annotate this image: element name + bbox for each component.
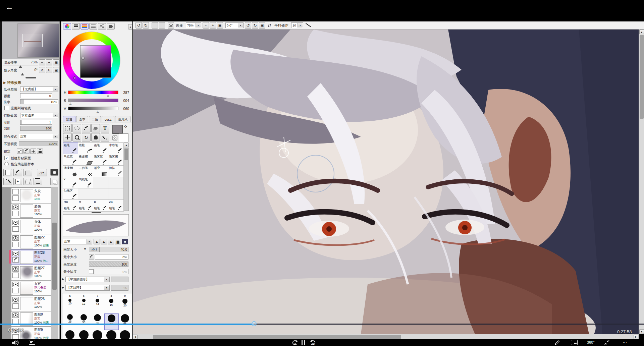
transfer-down-button[interactable] — [3, 178, 12, 185]
brush-cell[interactable]: 选区笔 — [93, 154, 109, 166]
navigator-viewport-rect[interactable] — [22, 34, 43, 47]
color-bars-mode-button[interactable] — [72, 23, 80, 30]
secondary-color-swatch[interactable] — [119, 133, 128, 142]
layer-row[interactable]: 五官 正片叠底 100% — [11, 280, 51, 296]
layer-row[interactable]: 图层26 正常 100% — [11, 296, 51, 311]
video-progress-filled[interactable] — [0, 324, 254, 325]
layer-visibility-checkbox[interactable] — [12, 189, 19, 194]
new-layer-button[interactable] — [3, 169, 12, 176]
sat-slider-marker[interactable]: △ — [69, 102, 71, 105]
layer-visibility-checkbox[interactable] — [12, 220, 19, 225]
brush-cell[interactable]: 画笔 — [93, 142, 109, 155]
panel-grip[interactable] — [92, 212, 101, 213]
layer-row[interactable]: 身体 正常 100% — [11, 219, 51, 234]
size-option[interactable]: 10 — [63, 298, 77, 314]
nav-angle-slider[interactable] — [3, 73, 38, 75]
tip-shape-3[interactable]: ▲ — [108, 239, 114, 244]
merge-add-button[interactable]: + — [13, 178, 22, 185]
layer-extra-checkbox[interactable] — [12, 273, 19, 278]
rotate-reset-button[interactable]: ▣ — [53, 67, 59, 73]
layer-visibility-checkbox[interactable] — [12, 205, 19, 210]
size-option[interactable]: 25 — [63, 313, 77, 329]
min-size-pressure-button[interactable] — [89, 254, 94, 260]
val-slider[interactable] — [68, 107, 118, 110]
canvas-viewport[interactable] — [133, 30, 639, 334]
layer-row[interactable]: 头发 正常 14% — [11, 188, 51, 203]
tab-props[interactable]: 道具风 — [115, 116, 130, 122]
layer-extra-checkbox[interactable] — [12, 242, 19, 247]
scroll-down-arrow[interactable]: ▼ — [639, 329, 644, 334]
scrollbar-thumb[interactable] — [124, 149, 128, 160]
brush-cell[interactable]: 水彩笔 — [108, 142, 124, 155]
brush-cell[interactable]: 勾线笔 — [78, 177, 94, 189]
layer-visibility-checkbox[interactable] — [12, 297, 19, 302]
size-option[interactable]: 70 — [77, 330, 91, 339]
min-size-field[interactable]: 0% — [95, 254, 128, 260]
shape-strength-field[interactable] — [111, 277, 128, 282]
lock-transparency-button[interactable] — [17, 149, 23, 154]
rotate-ccw-button[interactable]: ↺ — [39, 67, 45, 73]
layer-row[interactable]: 装饰 正常 100% — [11, 203, 51, 219]
shrink-button[interactable] — [604, 340, 610, 346]
effects-section-title[interactable]: ▶ 特殊效果 — [3, 80, 21, 85]
canvas-zoom-out-button[interactable]: − — [203, 22, 209, 28]
size-option[interactable]: 6 — [77, 294, 91, 297]
zoom-reset-button[interactable]: ▣ — [53, 59, 59, 65]
layer-row[interactable]: 图层27 正常 100% — [11, 265, 51, 280]
paper-texture-select[interactable]: 【无质感】▾ — [20, 86, 58, 92]
lock-move-button[interactable] — [30, 149, 36, 154]
chevron-down-icon[interactable]: ▾ — [53, 134, 58, 138]
layer-row[interactable]: 图层22 正常 100%效果 — [11, 234, 51, 249]
rotate-view-tool[interactable]: ↻ — [82, 133, 91, 141]
subtitle-button[interactable] — [571, 340, 578, 345]
layer-extra-checkbox[interactable] — [12, 211, 19, 216]
panel-grip[interactable] — [25, 77, 36, 78]
undo-button[interactable]: ↺ — [136, 22, 142, 28]
new-folder-button[interactable] — [23, 169, 32, 176]
magic-wand-tool[interactable] — [82, 124, 91, 132]
tip-shape-5-selected[interactable]: ■ — [122, 239, 128, 244]
text-tool[interactable]: T — [101, 124, 109, 132]
selection-view-button[interactable] — [168, 22, 174, 28]
tip-shape-1[interactable]: ▲ — [94, 239, 100, 244]
duplicate-layer-button[interactable] — [50, 178, 58, 185]
brush-cell-empty[interactable] — [108, 177, 124, 189]
brush-cell[interactable]: 二值笔 — [78, 165, 94, 177]
new-lineart-layer-button[interactable] — [13, 169, 22, 176]
threesixty-button[interactable]: 360° — [587, 340, 595, 344]
layer-extra-checkbox[interactable] — [12, 226, 19, 232]
density-field[interactable]: 100 — [89, 262, 128, 267]
transparent-color-button[interactable] — [112, 135, 117, 140]
canvas-vscrollbar[interactable]: ▲ ▼ — [639, 30, 644, 334]
brush-cell-empty[interactable] — [93, 177, 109, 189]
tip-shape-4[interactable]: ▆ — [115, 239, 121, 244]
layer-paint-checkbox[interactable] — [12, 257, 19, 263]
pause-button[interactable] — [302, 340, 306, 345]
sv-square[interactable] — [80, 45, 111, 78]
ruler-tool-button[interactable]: △▾ — [37, 169, 47, 176]
tab-normal[interactable]: 普通 — [63, 116, 75, 122]
brush-scroll-up-button[interactable]: ▲ — [124, 142, 129, 147]
chevron-down-icon[interactable]: ▾ — [87, 239, 92, 244]
move-tool[interactable] — [63, 133, 72, 141]
nav-zoom-slider[interactable] — [3, 65, 38, 67]
clipping-mask-checkbox[interactable]: ✓ — [4, 156, 9, 160]
back-button[interactable]: ← — [5, 2, 17, 12]
chevron-down-icon[interactable]: ▾ — [53, 113, 58, 117]
rewind-button[interactable]: 10 — [290, 339, 299, 346]
layer-extra-checkbox[interactable] — [12, 288, 19, 293]
paper-strength-field[interactable]: 0 — [20, 93, 52, 98]
effect-strength-field[interactable]: 100 — [20, 126, 52, 131]
size-option[interactable]: 60 — [63, 330, 77, 339]
special-effect-select[interactable]: 水彩边界▾ — [20, 113, 58, 118]
brush-size-field[interactable]: 40.0 — [100, 247, 128, 252]
scrollbar-thumb[interactable] — [640, 35, 644, 119]
scroll-right-arrow[interactable]: ▶ — [634, 335, 638, 339]
tab-basic[interactable]: 基本 — [76, 116, 88, 122]
tip-shape-2[interactable]: ▲ — [101, 239, 107, 244]
scroll-up-arrow[interactable]: ▲ — [639, 30, 644, 34]
brush-cell[interactable]: 选区擦 — [108, 154, 124, 166]
primary-color-swatch[interactable] — [112, 125, 123, 134]
danmaku-button[interactable] — [29, 340, 36, 345]
color-wheel-mode-button[interactable] — [63, 23, 71, 30]
